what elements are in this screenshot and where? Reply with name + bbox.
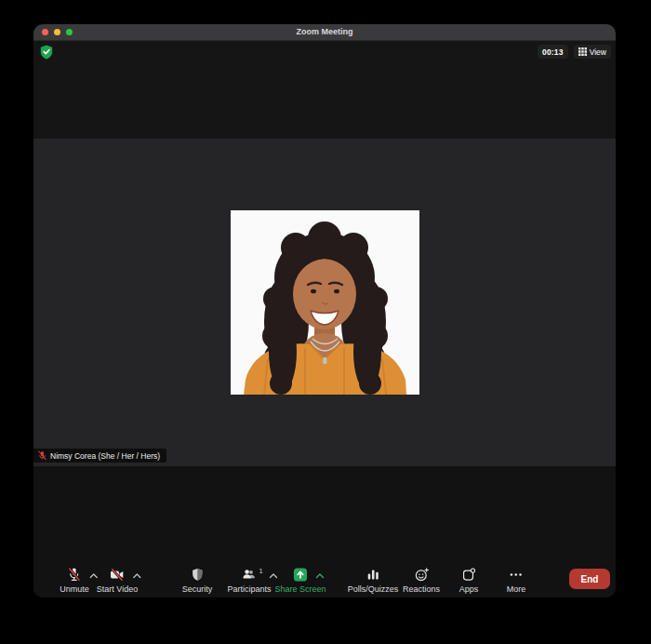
more-button[interactable]: More (507, 567, 526, 594)
start-video-label: Start Video (97, 584, 138, 594)
meeting-security-button[interactable] (40, 45, 53, 60)
start-video-options-chevron[interactable] (133, 573, 141, 579)
ellipsis-icon (507, 567, 525, 583)
zoom-meeting-window: Zoom Meeting 00:13 View (33, 24, 616, 597)
fullscreen-icon[interactable] (66, 29, 73, 35)
participants-label: Participants (227, 584, 271, 594)
share-screen-icon (292, 567, 308, 583)
traffic-lights (42, 29, 73, 35)
mic-muted-red-icon (38, 450, 46, 461)
view-button-label: View (590, 47, 606, 57)
participant-name-label: Nimsy Corea (She / Her / Hers) (33, 449, 166, 463)
polls-quizzes-label: Polls/Quizzes (348, 584, 399, 594)
participant-name-text: Nimsy Corea (She / Her / Hers) (50, 451, 160, 461)
security-label: Security (182, 584, 213, 594)
share-screen-options-chevron[interactable] (315, 573, 324, 579)
end-meeting-button[interactable]: End (569, 569, 610, 589)
video-muted-icon (109, 567, 126, 583)
bottom-band: Unmute Start Video (33, 466, 616, 597)
unmute-button[interactable]: Unmute (60, 567, 89, 594)
more-label: More (507, 584, 526, 594)
reactions-label: Reactions (403, 584, 440, 594)
polls-quizzes-button[interactable]: Polls/Quizzes (348, 567, 399, 594)
share-screen-label: Share Screen (274, 584, 326, 594)
green-shield-check-icon (40, 45, 53, 60)
participants-icon (241, 567, 259, 583)
participants-button[interactable]: 1 Participants (227, 567, 271, 594)
start-video-button[interactable]: Start Video (97, 567, 138, 594)
reactions-button[interactable]: Reactions (403, 567, 440, 594)
mic-muted-icon (66, 567, 82, 583)
participant-video-tile: Nimsy Corea (She / Her / Hers) (33, 139, 616, 466)
smiley-plus-icon (414, 567, 430, 583)
apps-button[interactable]: Apps (459, 567, 479, 594)
minimize-icon[interactable] (54, 29, 60, 35)
grid-view-icon (578, 47, 587, 56)
security-shield-icon (189, 567, 205, 583)
meeting-toolbar: Unmute Start Video (33, 558, 616, 597)
window-title: Zoom Meeting (33, 24, 616, 40)
share-screen-button[interactable]: Share Screen (274, 567, 326, 594)
meeting-info-bar: 00:13 View (33, 41, 616, 139)
close-icon[interactable] (42, 29, 48, 35)
apps-icon (460, 567, 476, 583)
participants-count-badge: 1 (259, 567, 263, 575)
unmute-label: Unmute (60, 584, 89, 594)
security-button[interactable]: Security (182, 567, 213, 594)
apps-label: Apps (459, 584, 479, 594)
meeting-timer: 00:13 (538, 45, 568, 59)
title-bar: Zoom Meeting (33, 24, 616, 41)
view-button[interactable]: View (574, 45, 611, 59)
bar-chart-icon (365, 567, 381, 583)
participant-video-photo (231, 210, 419, 395)
